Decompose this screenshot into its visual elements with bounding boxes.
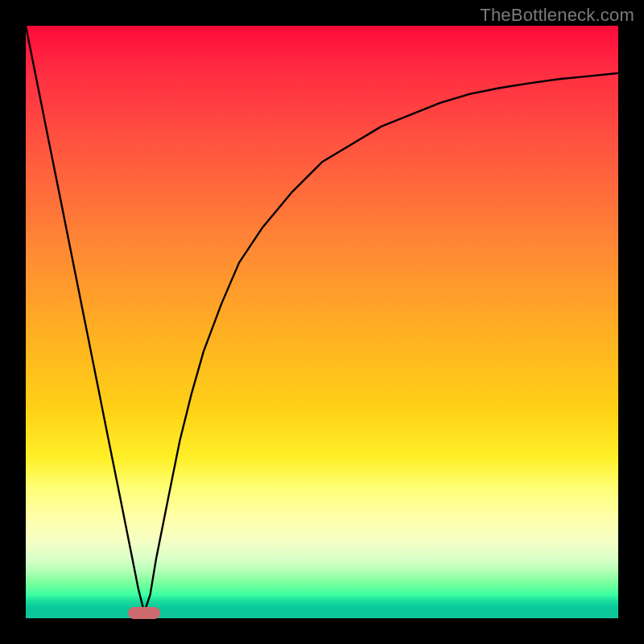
bottleneck-curve	[26, 26, 618, 618]
chart-frame: TheBottleneck.com	[0, 0, 644, 644]
optimal-point-marker	[128, 607, 160, 619]
watermark-text: TheBottleneck.com	[480, 5, 634, 26]
plot-area	[26, 26, 618, 618]
